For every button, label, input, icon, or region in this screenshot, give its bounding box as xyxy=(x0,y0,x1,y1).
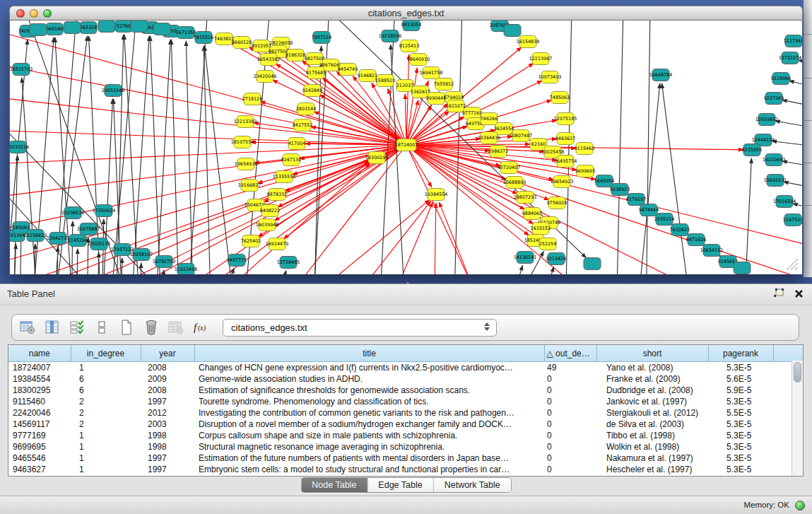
table-row[interactable]: 1830029562008Estimation of significance … xyxy=(8,385,804,396)
citation-edge[interactable] xyxy=(10,84,406,145)
citation-edge[interactable] xyxy=(251,142,406,145)
table-row[interactable]: 977716911998Corpus callosum shape and si… xyxy=(8,430,804,441)
tab-node-table[interactable]: Node Table xyxy=(301,478,367,492)
create-table-icon[interactable] xyxy=(118,319,135,336)
citation-edge[interactable] xyxy=(22,78,38,274)
table-scrollbar[interactable] xyxy=(792,361,803,476)
citation-edge[interactable] xyxy=(782,100,802,107)
graph-node-label: 9457771 xyxy=(227,257,247,263)
citation-edge[interactable] xyxy=(10,42,406,145)
table-cell: 22420046 xyxy=(8,407,71,419)
citation-edge[interactable] xyxy=(204,46,211,274)
citation-edge[interactable] xyxy=(439,202,490,274)
graph-node-label: 12093852 xyxy=(755,117,779,122)
citation-edge[interactable] xyxy=(406,145,802,274)
function-builder-icon[interactable]: f(x) xyxy=(192,319,209,336)
graph-node-label: 1640954 xyxy=(594,178,614,184)
graph-node-label: 18724007 xyxy=(395,142,418,148)
table-row[interactable]: 2242004622012Investigating the contribut… xyxy=(8,407,804,419)
tab-edge-table[interactable]: Edge Table xyxy=(367,478,433,492)
table-settings-icon[interactable] xyxy=(19,319,36,336)
table-source-dropdown[interactable]: citations_edges.txt xyxy=(223,319,497,337)
graph-node-label: 9175685 xyxy=(306,70,326,76)
table-scrollbar-thumb[interactable] xyxy=(794,362,801,382)
citation-edge[interactable] xyxy=(155,40,170,274)
table-row[interactable]: 1456911722003Disruption of a novel membe… xyxy=(8,419,804,430)
graph-node-label: 746266 xyxy=(481,116,498,122)
citation-edge[interactable] xyxy=(536,267,554,274)
column-header-title[interactable]: title xyxy=(194,345,544,362)
show-columns-icon[interactable] xyxy=(44,319,61,336)
table-cell: 14569117 xyxy=(8,419,71,430)
graph-node[interactable] xyxy=(504,25,521,37)
network-canvas[interactable]: 1872400774638228660128891295128226058982… xyxy=(10,21,802,274)
citation-edge[interactable] xyxy=(743,158,751,274)
citation-edge[interactable] xyxy=(662,83,693,274)
citation-edge[interactable] xyxy=(271,271,286,274)
table-panel-header[interactable]: Table Panel xyxy=(0,284,812,305)
citation-edge[interactable] xyxy=(646,21,650,274)
table-row[interactable]: 911546021997Tourette syndrome. Phenomeno… xyxy=(8,396,804,407)
citation-edge[interactable] xyxy=(406,145,490,274)
delete-table-icon[interactable] xyxy=(143,319,160,336)
row-height-icon[interactable] xyxy=(93,319,110,336)
table-cell: 1997 xyxy=(141,452,194,464)
graph-node-label: 15033226 xyxy=(10,144,29,150)
table-cell: 0 xyxy=(544,396,596,407)
citation-edge[interactable] xyxy=(171,40,180,274)
citation-edge[interactable] xyxy=(10,127,406,145)
citation-edge[interactable] xyxy=(377,202,433,274)
table-cell: 6 xyxy=(71,385,141,396)
column-header-in_degree[interactable]: in_degree xyxy=(71,345,141,362)
citation-edge[interactable] xyxy=(789,81,802,88)
resize-grip-icon[interactable] xyxy=(784,256,799,271)
graph-node-label: 1621072 xyxy=(446,103,466,109)
citation-edge[interactable] xyxy=(775,121,802,128)
table-row[interactable]: 969969511998Structural magnetic resonanc… xyxy=(8,441,804,452)
table-row[interactable]: 1938455462009Genome-wide association stu… xyxy=(8,373,804,385)
citation-edge[interactable] xyxy=(76,249,78,274)
graph-node[interactable] xyxy=(131,21,148,33)
citation-edge[interactable] xyxy=(278,200,430,274)
graph-node[interactable] xyxy=(734,262,751,274)
graph-node[interactable] xyxy=(584,258,601,270)
table-row[interactable]: 946554611997Estimation of the future num… xyxy=(8,452,804,464)
table-cell: 9777169 xyxy=(8,430,71,441)
graph-node[interactable] xyxy=(30,24,47,36)
citation-edge[interactable] xyxy=(328,201,431,274)
citation-edge[interactable] xyxy=(405,94,406,145)
citation-edge[interactable] xyxy=(260,101,406,145)
column-header-name[interactable]: name xyxy=(8,345,71,362)
citation-edge[interactable] xyxy=(406,145,802,254)
table-cell: 5.6E-5 xyxy=(708,373,773,385)
select-columns-icon[interactable] xyxy=(69,319,86,336)
table-row[interactable]: 1872400712008Changes of HCN gene express… xyxy=(8,362,804,374)
citation-edge[interactable] xyxy=(616,21,623,274)
citation-edge[interactable] xyxy=(187,21,208,274)
tab-network-table[interactable]: Network Table xyxy=(433,478,511,492)
column-header-out_de[interactable]: △ out_de… xyxy=(544,345,596,362)
citation-edge[interactable] xyxy=(772,141,802,146)
graph-node[interactable] xyxy=(153,23,170,35)
citation-edge[interactable] xyxy=(434,203,436,274)
table-row[interactable]: 946362711997Embryonic stem cells: a mode… xyxy=(8,464,804,475)
citation-edge[interactable] xyxy=(505,265,522,274)
citation-edge[interactable] xyxy=(150,36,162,274)
column-header-short[interactable]: short xyxy=(596,345,708,362)
graph-node[interactable] xyxy=(64,22,81,34)
graph-node[interactable] xyxy=(98,21,115,33)
citation-edge[interactable] xyxy=(10,119,194,274)
import-table-disabled-icon[interactable] xyxy=(167,319,184,336)
float-panel-icon[interactable] xyxy=(773,288,784,299)
window-titlebar[interactable]: citations_edges.txt xyxy=(9,6,803,21)
citation-edge[interactable] xyxy=(319,95,406,145)
close-panel-icon[interactable] xyxy=(794,289,804,298)
graph-node-label: 7955812 xyxy=(434,81,454,87)
citation-edge[interactable] xyxy=(130,36,149,274)
citation-edge[interactable] xyxy=(71,221,73,274)
citation-edge[interactable] xyxy=(20,236,21,274)
column-header-pagerank[interactable]: pagerank xyxy=(708,345,773,362)
graph-node-label: 8427552 xyxy=(293,122,312,128)
column-header-year[interactable]: year xyxy=(141,345,194,362)
citation-edge[interactable] xyxy=(215,268,234,274)
